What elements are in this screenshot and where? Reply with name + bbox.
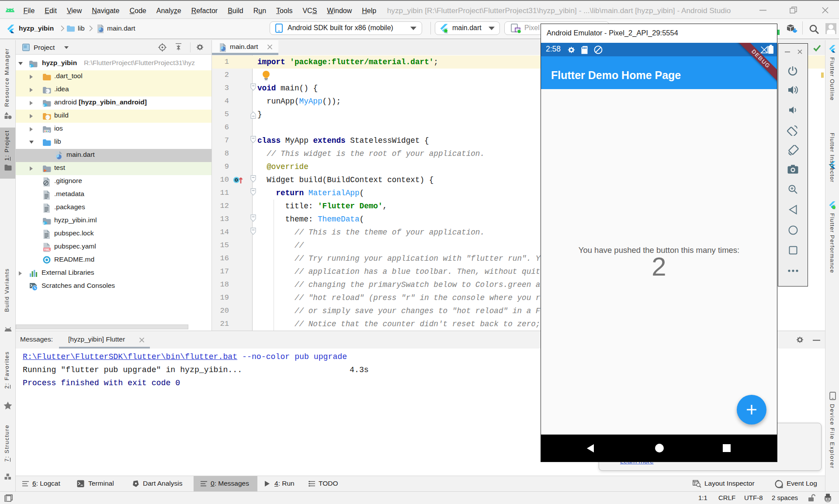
svg-text:YML: YML — [44, 248, 50, 251]
